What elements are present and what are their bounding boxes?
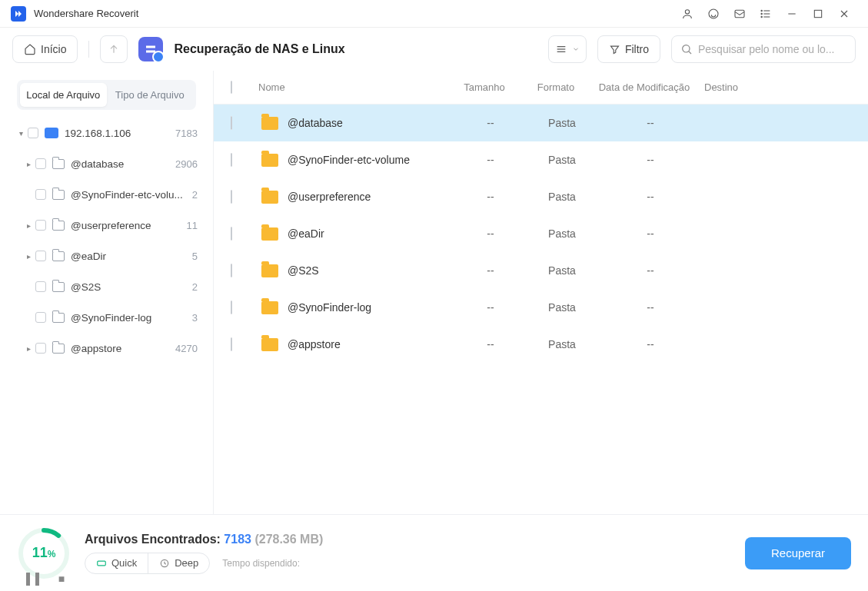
feedback-icon[interactable] — [727, 0, 753, 28]
search-wrap — [671, 35, 856, 63]
tree-item-count: 2 — [192, 189, 198, 201]
checkbox[interactable] — [231, 153, 232, 167]
tree-root-label: 192.168.1.106 — [65, 128, 171, 139]
table-row[interactable]: @eaDir--Pasta-- — [214, 215, 868, 252]
table-row[interactable]: @database--Pasta-- — [214, 105, 868, 141]
tab-type[interactable]: Tipo de Arquivo — [107, 83, 194, 107]
svg-rect-10 — [814, 10, 821, 17]
tree-item[interactable]: @SynoFinder-log3 — [9, 302, 204, 333]
row-size: -- — [454, 191, 527, 203]
tree-item[interactable]: @S2S2 — [9, 271, 204, 302]
tree-item-count: 2 — [192, 281, 198, 293]
tree-root-count: 7183 — [175, 128, 198, 139]
row-format: Pasta — [527, 191, 597, 203]
close-icon[interactable] — [831, 0, 857, 28]
row-name: @eaDir — [288, 227, 454, 240]
row-name: @database — [288, 117, 454, 129]
checkbox[interactable] — [231, 227, 232, 241]
tree-item[interactable]: ▸@userpreference11 — [9, 210, 204, 241]
row-size: -- — [454, 338, 527, 350]
svg-point-16 — [683, 45, 690, 52]
folder-icon — [52, 221, 65, 231]
tree-item[interactable]: @SynoFinder-etc-volu...2 — [9, 179, 204, 210]
checkbox[interactable] — [35, 343, 46, 354]
row-format: Pasta — [527, 154, 597, 166]
th-name[interactable]: Nome — [254, 81, 447, 93]
toolbar: Início Recuperação de NAS e Linux Filtro — [0, 28, 868, 71]
user-icon[interactable] — [674, 0, 700, 28]
checkbox[interactable] — [231, 300, 232, 314]
time-label: Tempo dispendido: — [222, 558, 300, 569]
svg-point-7 — [761, 13, 762, 14]
table-row[interactable]: @S2S--Pasta-- — [214, 252, 868, 289]
svg-point-0 — [685, 9, 689, 13]
table-row[interactable]: @userpreference--Pasta-- — [214, 178, 868, 215]
table-row[interactable]: @SynoFinder-log--Pasta-- — [214, 289, 868, 326]
svg-rect-2 — [735, 10, 744, 17]
checkbox[interactable] — [35, 220, 46, 231]
checkbox[interactable] — [35, 158, 46, 169]
minimize-icon[interactable] — [779, 0, 805, 28]
checkbox[interactable] — [35, 189, 46, 200]
checkbox[interactable] — [35, 312, 46, 323]
checkbox[interactable] — [28, 128, 38, 138]
divider — [88, 41, 89, 58]
support-icon[interactable] — [700, 0, 727, 28]
found-size: (278.36 MB) — [251, 533, 323, 546]
tree-root[interactable]: ▾ 192.168.1.106 7183 — [9, 118, 204, 148]
up-button[interactable] — [100, 35, 128, 63]
checkbox[interactable] — [231, 190, 232, 204]
folder-icon — [261, 227, 278, 241]
section-icon — [138, 37, 163, 61]
folder-icon — [261, 338, 278, 351]
table-row[interactable]: @SynoFinder-etc-volume--Pasta-- — [214, 141, 868, 178]
quick-scan[interactable]: Quick — [85, 553, 148, 573]
folder-icon — [261, 301, 278, 314]
tab-location[interactable]: Local de Arquivo — [20, 83, 107, 107]
th-dest[interactable]: Destino — [698, 81, 851, 93]
th-format[interactable]: Formato — [521, 81, 590, 93]
tree-item-count: 5 — [192, 251, 198, 262]
row-format: Pasta — [527, 227, 597, 240]
folder-icon — [261, 154, 278, 167]
tree-item[interactable]: ▸@eaDir5 — [9, 241, 204, 271]
recover-button[interactable]: Recuperar — [745, 537, 851, 569]
checkbox-all[interactable] — [231, 81, 232, 94]
tree-item-label: @appstore — [71, 343, 171, 354]
scan-mode-toggle[interactable]: Quick Deep — [85, 553, 210, 574]
checkbox[interactable] — [231, 264, 232, 277]
row-modified: -- — [597, 154, 704, 166]
checkbox[interactable] — [35, 251, 46, 261]
tree-item-count: 3 — [192, 312, 198, 324]
home-button[interactable]: Início — [12, 35, 78, 63]
view-button[interactable] — [548, 35, 587, 63]
checkbox[interactable] — [35, 281, 46, 292]
list-icon[interactable] — [753, 0, 779, 28]
tree-item-label: @S2S — [71, 281, 188, 293]
tree-item-label: @userpreference — [71, 220, 182, 231]
row-name: @appstore — [288, 338, 454, 350]
th-modified[interactable]: Data de Modificação — [590, 81, 698, 93]
disk-icon — [45, 128, 58, 138]
tree-item-label: @SynoFinder-log — [71, 312, 188, 324]
pause-button[interactable]: ▌▌ — [26, 573, 45, 585]
deep-scan[interactable]: Deep — [148, 553, 209, 573]
search-input[interactable] — [671, 35, 856, 63]
folder-icon — [52, 251, 65, 261]
maximize-icon[interactable] — [805, 0, 831, 28]
tree-item-label: @eaDir — [71, 251, 188, 262]
table-row[interactable]: @appstore--Pasta-- — [214, 326, 868, 363]
titlebar: Wondershare Recoverit — [0, 0, 868, 28]
filter-button[interactable]: Filtro — [597, 35, 660, 63]
stop-button[interactable]: ■ — [58, 573, 66, 585]
th-size[interactable]: Tamanho — [447, 81, 521, 93]
checkbox[interactable] — [231, 116, 232, 130]
tree-item-count: 11 — [187, 220, 198, 231]
tree-item[interactable]: ▸@appstore4270 — [9, 333, 204, 364]
row-format: Pasta — [527, 301, 597, 314]
checkbox[interactable] — [231, 337, 232, 351]
folder-icon — [52, 344, 65, 354]
tree-item[interactable]: ▸@database2906 — [9, 148, 204, 179]
progress-pct: 11 — [32, 545, 48, 560]
tree-item-count: 2906 — [175, 158, 198, 170]
